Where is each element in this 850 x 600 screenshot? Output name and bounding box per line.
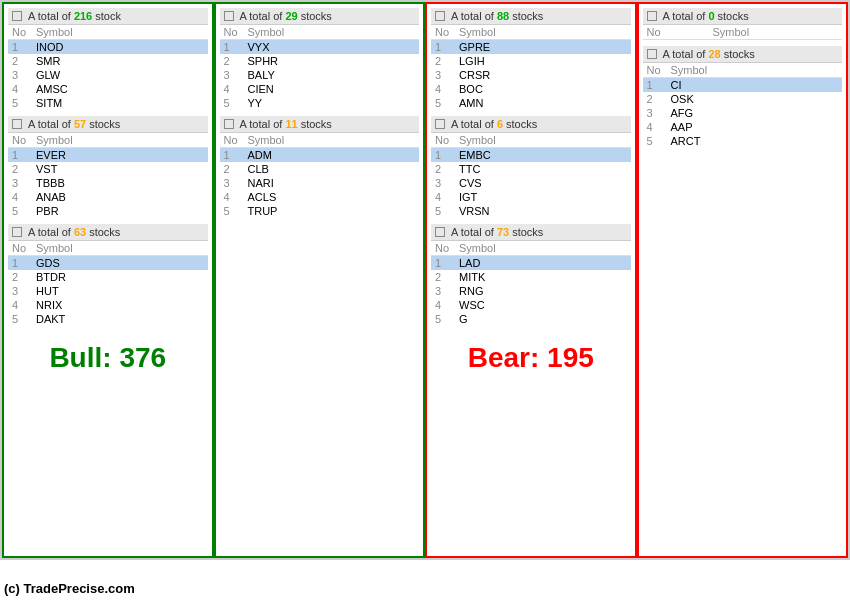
table-icon bbox=[224, 119, 234, 129]
table-row: 3TBBB bbox=[8, 176, 208, 190]
section-header-text: A total of 63 stocks bbox=[28, 226, 120, 238]
stock-number: 1 bbox=[431, 40, 455, 55]
table-icon bbox=[12, 11, 22, 21]
table-row: 2VST bbox=[8, 162, 208, 176]
stock-number: 1 bbox=[431, 148, 455, 163]
stock-number: 3 bbox=[8, 284, 32, 298]
main-container: A total of 216 stockNoSymbol1INOD2SMR3GL… bbox=[0, 0, 850, 560]
section-header: A total of 63 stocks bbox=[8, 224, 208, 241]
section-header-text: A total of 6 stocks bbox=[451, 118, 537, 130]
col-header-no: No bbox=[643, 63, 667, 78]
table-row: 2SMR bbox=[8, 54, 208, 68]
stock-symbol: OSK bbox=[667, 92, 843, 106]
section-header-text: A total of 0 stocks bbox=[663, 10, 749, 22]
stock-symbol: SITM bbox=[32, 96, 208, 110]
stock-number: 2 bbox=[431, 162, 455, 176]
col-header-no: No bbox=[8, 25, 32, 40]
stock-symbol: TTC bbox=[455, 162, 631, 176]
section-header: A total of 28 stocks bbox=[643, 46, 843, 63]
stock-number: 1 bbox=[431, 256, 455, 271]
table-row: 5ARCT bbox=[643, 134, 843, 148]
table-icon bbox=[224, 11, 234, 21]
col-header-symbol: Symbol bbox=[244, 25, 420, 40]
table-row: 4ANAB bbox=[8, 190, 208, 204]
stocks-table: NoSymbol1GDS2BTDR3HUT4NRIX5DAKT bbox=[8, 241, 208, 326]
table-row: 5TRUP bbox=[220, 204, 420, 218]
col-header-symbol: Symbol bbox=[32, 25, 208, 40]
stock-symbol: EVER bbox=[32, 148, 208, 163]
col-header-symbol: Symbol bbox=[455, 241, 631, 256]
stock-number: 1 bbox=[8, 256, 32, 271]
stocks-table: NoSymbol1EMBC2TTC3CVS4IGT5VRSN bbox=[431, 133, 631, 218]
section-header-text: A total of 73 stocks bbox=[451, 226, 543, 238]
col-header-no: No bbox=[431, 133, 455, 148]
table-row: 1INOD bbox=[8, 40, 208, 55]
stock-symbol: NRIX bbox=[32, 298, 208, 312]
table-row: 4AMSC bbox=[8, 82, 208, 96]
table-row: 2MITK bbox=[431, 270, 631, 284]
section-sec-11: A total of 11 stocksNoSymbol1ADM2CLB3NAR… bbox=[220, 116, 420, 218]
section-sec-28: A total of 28 stocksNoSymbol1CI2OSK3AFG4… bbox=[643, 46, 843, 148]
stock-number: 3 bbox=[8, 176, 32, 190]
col-header-symbol: Symbol bbox=[32, 241, 208, 256]
stock-number: 5 bbox=[643, 134, 667, 148]
stocks-table: NoSymbol1ADM2CLB3NARI4ACLS5TRUP bbox=[220, 133, 420, 218]
col-header-no: No bbox=[8, 241, 32, 256]
stock-number: 1 bbox=[220, 40, 244, 55]
stock-symbol: LGIH bbox=[455, 54, 631, 68]
col-header-symbol: Symbol bbox=[32, 133, 208, 148]
table-row: 1LAD bbox=[431, 256, 631, 271]
stock-number: 2 bbox=[8, 54, 32, 68]
stocks-table: NoSymbol bbox=[643, 25, 843, 40]
stock-symbol: BALY bbox=[244, 68, 420, 82]
stock-symbol: CRSR bbox=[455, 68, 631, 82]
table-row: 1ADM bbox=[220, 148, 420, 163]
stock-number: 3 bbox=[220, 68, 244, 82]
col-header-symbol: Symbol bbox=[667, 63, 843, 78]
stock-number: 5 bbox=[220, 96, 244, 110]
section-header: A total of 0 stocks bbox=[643, 8, 843, 25]
stock-number: 1 bbox=[8, 148, 32, 163]
table-row: 1EMBC bbox=[431, 148, 631, 163]
stock-symbol: BOC bbox=[455, 82, 631, 96]
stock-symbol: RNG bbox=[455, 284, 631, 298]
table-row: 4ACLS bbox=[220, 190, 420, 204]
stock-symbol: ANAB bbox=[32, 190, 208, 204]
stock-symbol: AMSC bbox=[32, 82, 208, 96]
col-header-symbol: Symbol bbox=[708, 25, 842, 40]
col-header-symbol: Symbol bbox=[455, 133, 631, 148]
stock-number: 2 bbox=[8, 270, 32, 284]
table-row: 3BALY bbox=[220, 68, 420, 82]
section-sec-0: A total of 0 stocksNoSymbol bbox=[643, 8, 843, 40]
stock-number: 3 bbox=[220, 176, 244, 190]
section-header-text: A total of 29 stocks bbox=[240, 10, 332, 22]
section-header: A total of 88 stocks bbox=[431, 8, 631, 25]
col-header-no: No bbox=[431, 25, 455, 40]
stock-symbol: DAKT bbox=[32, 312, 208, 326]
table-row: 3GLW bbox=[8, 68, 208, 82]
stocks-table: NoSymbol1CI2OSK3AFG4AAP5ARCT bbox=[643, 63, 843, 148]
table-icon bbox=[647, 49, 657, 59]
table-row: 5AMN bbox=[431, 96, 631, 110]
table-row: 3CVS bbox=[431, 176, 631, 190]
table-row: 5DAKT bbox=[8, 312, 208, 326]
stock-symbol: AMN bbox=[455, 96, 631, 110]
section-header: A total of 6 stocks bbox=[431, 116, 631, 133]
section-sec-29: A total of 29 stocksNoSymbol1VYX2SPHR3BA… bbox=[220, 8, 420, 110]
stock-number: 4 bbox=[643, 120, 667, 134]
stock-number: 4 bbox=[8, 190, 32, 204]
bull-label: Bull: 376 bbox=[8, 342, 208, 374]
table-icon bbox=[12, 227, 22, 237]
table-row: 5YY bbox=[220, 96, 420, 110]
table-row: 3HUT bbox=[8, 284, 208, 298]
stock-symbol: WSC bbox=[455, 298, 631, 312]
stock-symbol: AAP bbox=[667, 120, 843, 134]
section-header-text: A total of 28 stocks bbox=[663, 48, 755, 60]
stock-symbol: AFG bbox=[667, 106, 843, 120]
stock-number: 4 bbox=[431, 190, 455, 204]
table-row: 1VYX bbox=[220, 40, 420, 55]
table-row: 3RNG bbox=[431, 284, 631, 298]
stocks-table: NoSymbol1GPRE2LGIH3CRSR4BOC5AMN bbox=[431, 25, 631, 110]
section-sec-57: A total of 57 stocksNoSymbol1EVER2VST3TB… bbox=[8, 116, 208, 218]
col-header-no: No bbox=[8, 133, 32, 148]
